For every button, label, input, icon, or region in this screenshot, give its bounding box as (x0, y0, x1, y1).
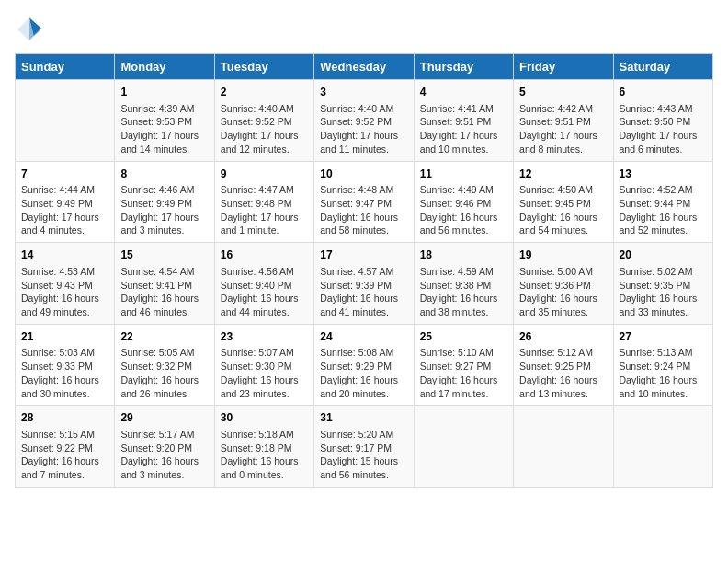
cell-content: Sunrise: 5:05 AM Sunset: 9:32 PM Dayligh… (120, 346, 208, 400)
day-number: 25 (420, 329, 507, 345)
calendar-cell: 9Sunrise: 4:47 AM Sunset: 9:48 PM Daylig… (214, 161, 313, 243)
col-header-thursday: Thursday (414, 54, 513, 80)
calendar-cell: 24Sunrise: 5:08 AM Sunset: 9:29 PM Dayli… (314, 324, 414, 406)
cell-content: Sunrise: 5:15 AM Sunset: 9:22 PM Dayligh… (21, 428, 108, 482)
cell-content: Sunrise: 5:17 AM Sunset: 9:20 PM Dayligh… (120, 428, 208, 482)
day-number: 30 (221, 410, 308, 426)
day-number: 16 (221, 247, 308, 263)
calendar-cell: 11Sunrise: 4:49 AM Sunset: 9:46 PM Dayli… (414, 161, 513, 243)
cell-content: Sunrise: 5:02 AM Sunset: 9:35 PM Dayligh… (620, 265, 707, 319)
day-number: 18 (420, 247, 507, 263)
day-number: 24 (320, 329, 407, 345)
cell-content: Sunrise: 4:43 AM Sunset: 9:50 PM Dayligh… (620, 102, 707, 156)
cell-content: Sunrise: 4:56 AM Sunset: 9:40 PM Dayligh… (221, 265, 308, 319)
day-number: 13 (620, 167, 707, 182)
cell-content: Sunrise: 4:46 AM Sunset: 9:49 PM Dayligh… (120, 183, 208, 237)
calendar-cell: 31Sunrise: 5:20 AM Sunset: 9:17 PM Dayli… (314, 406, 414, 488)
day-number: 3 (320, 85, 407, 100)
calendar-cell: 22Sunrise: 5:05 AM Sunset: 9:32 PM Dayli… (115, 324, 214, 406)
day-number: 29 (120, 410, 208, 426)
cell-content: Sunrise: 5:10 AM Sunset: 9:27 PM Dayligh… (420, 346, 507, 400)
cell-content: Sunrise: 4:44 AM Sunset: 9:49 PM Dayligh… (21, 183, 108, 237)
calendar-cell: 16Sunrise: 4:56 AM Sunset: 9:40 PM Dayli… (214, 243, 313, 325)
calendar-cell: 30Sunrise: 5:18 AM Sunset: 9:18 PM Dayli… (214, 406, 313, 488)
day-number: 4 (420, 85, 507, 100)
cell-content: Sunrise: 4:54 AM Sunset: 9:41 PM Dayligh… (120, 265, 208, 319)
day-number: 15 (120, 247, 208, 263)
calendar-week-row: 28Sunrise: 5:15 AM Sunset: 9:22 PM Dayli… (16, 406, 713, 488)
cell-content: Sunrise: 5:07 AM Sunset: 9:30 PM Dayligh… (221, 346, 308, 400)
calendar-header-row: SundayMondayTuesdayWednesdayThursdayFrid… (16, 54, 713, 80)
day-number: 31 (320, 410, 407, 426)
calendar-cell: 21Sunrise: 5:03 AM Sunset: 9:33 PM Dayli… (16, 324, 115, 406)
calendar-week-row: 7Sunrise: 4:44 AM Sunset: 9:49 PM Daylig… (16, 161, 713, 243)
col-header-sunday: Sunday (16, 54, 115, 80)
day-number: 27 (620, 329, 707, 345)
day-number: 6 (620, 85, 707, 100)
cell-content: Sunrise: 5:03 AM Sunset: 9:33 PM Dayligh… (21, 346, 108, 400)
calendar-cell (514, 406, 613, 488)
calendar-cell: 3Sunrise: 4:40 AM Sunset: 9:52 PM Daylig… (314, 80, 414, 162)
cell-content: Sunrise: 4:49 AM Sunset: 9:46 PM Dayligh… (420, 183, 507, 237)
calendar-cell: 17Sunrise: 4:57 AM Sunset: 9:39 PM Dayli… (314, 243, 414, 325)
col-header-tuesday: Tuesday (214, 54, 313, 80)
day-number: 1 (120, 85, 208, 100)
calendar-cell: 27Sunrise: 5:13 AM Sunset: 9:24 PM Dayli… (613, 324, 712, 406)
calendar-cell: 15Sunrise: 4:54 AM Sunset: 9:41 PM Dayli… (115, 243, 214, 325)
col-header-saturday: Saturday (613, 54, 712, 80)
day-number: 14 (21, 247, 108, 263)
calendar-week-row: 14Sunrise: 4:53 AM Sunset: 9:43 PM Dayli… (16, 243, 713, 325)
day-number: 22 (120, 329, 208, 345)
cell-content: Sunrise: 5:20 AM Sunset: 9:17 PM Dayligh… (320, 428, 407, 482)
calendar-cell: 2Sunrise: 4:40 AM Sunset: 9:52 PM Daylig… (214, 80, 313, 162)
logo (15, 15, 48, 44)
calendar-cell: 6Sunrise: 4:43 AM Sunset: 9:50 PM Daylig… (613, 80, 712, 162)
page-header (15, 15, 713, 44)
day-number: 5 (519, 85, 607, 100)
calendar-cell: 10Sunrise: 4:48 AM Sunset: 9:47 PM Dayli… (314, 161, 414, 243)
cell-content: Sunrise: 4:59 AM Sunset: 9:38 PM Dayligh… (420, 265, 507, 319)
calendar-cell: 7Sunrise: 4:44 AM Sunset: 9:49 PM Daylig… (16, 161, 115, 243)
calendar-week-row: 21Sunrise: 5:03 AM Sunset: 9:33 PM Dayli… (16, 324, 713, 406)
calendar-cell: 5Sunrise: 4:42 AM Sunset: 9:51 PM Daylig… (514, 80, 613, 162)
cell-content: Sunrise: 4:50 AM Sunset: 9:45 PM Dayligh… (519, 183, 607, 237)
day-number: 21 (21, 329, 108, 345)
col-header-monday: Monday (115, 54, 214, 80)
day-number: 17 (320, 247, 407, 263)
calendar-cell: 12Sunrise: 4:50 AM Sunset: 9:45 PM Dayli… (514, 161, 613, 243)
calendar-cell: 13Sunrise: 4:52 AM Sunset: 9:44 PM Dayli… (613, 161, 712, 243)
day-number: 8 (120, 167, 208, 182)
calendar-cell: 8Sunrise: 4:46 AM Sunset: 9:49 PM Daylig… (115, 161, 214, 243)
cell-content: Sunrise: 4:39 AM Sunset: 9:53 PM Dayligh… (120, 102, 208, 156)
calendar-cell: 1Sunrise: 4:39 AM Sunset: 9:53 PM Daylig… (115, 80, 214, 162)
cell-content: Sunrise: 4:41 AM Sunset: 9:51 PM Dayligh… (420, 102, 507, 156)
cell-content: Sunrise: 4:52 AM Sunset: 9:44 PM Dayligh… (620, 183, 707, 237)
day-number: 26 (519, 329, 607, 345)
cell-content: Sunrise: 5:18 AM Sunset: 9:18 PM Dayligh… (221, 428, 308, 482)
calendar-cell (414, 406, 513, 488)
calendar-cell: 19Sunrise: 5:00 AM Sunset: 9:36 PM Dayli… (514, 243, 613, 325)
cell-content: Sunrise: 4:48 AM Sunset: 9:47 PM Dayligh… (320, 183, 407, 237)
day-number: 11 (420, 167, 507, 182)
day-number: 10 (320, 167, 407, 182)
day-number: 7 (21, 167, 108, 182)
cell-content: Sunrise: 5:13 AM Sunset: 9:24 PM Dayligh… (620, 346, 707, 400)
cell-content: Sunrise: 4:40 AM Sunset: 9:52 PM Dayligh… (320, 102, 407, 156)
calendar-cell (613, 406, 712, 488)
day-number: 9 (221, 167, 308, 182)
cell-content: Sunrise: 5:12 AM Sunset: 9:25 PM Dayligh… (519, 346, 607, 400)
col-header-wednesday: Wednesday (314, 54, 414, 80)
cell-content: Sunrise: 5:00 AM Sunset: 9:36 PM Dayligh… (519, 265, 607, 319)
calendar-cell: 26Sunrise: 5:12 AM Sunset: 9:25 PM Dayli… (514, 324, 613, 406)
calendar-week-row: 1Sunrise: 4:39 AM Sunset: 9:53 PM Daylig… (16, 80, 713, 162)
calendar-cell: 4Sunrise: 4:41 AM Sunset: 9:51 PM Daylig… (414, 80, 513, 162)
day-number: 12 (519, 167, 607, 182)
calendar-cell: 14Sunrise: 4:53 AM Sunset: 9:43 PM Dayli… (16, 243, 115, 325)
calendar-cell (16, 80, 115, 162)
col-header-friday: Friday (514, 54, 613, 80)
day-number: 28 (21, 410, 108, 426)
calendar-cell: 23Sunrise: 5:07 AM Sunset: 9:30 PM Dayli… (214, 324, 313, 406)
cell-content: Sunrise: 5:08 AM Sunset: 9:29 PM Dayligh… (320, 346, 407, 400)
day-number: 20 (620, 247, 707, 263)
cell-content: Sunrise: 4:47 AM Sunset: 9:48 PM Dayligh… (221, 183, 308, 237)
